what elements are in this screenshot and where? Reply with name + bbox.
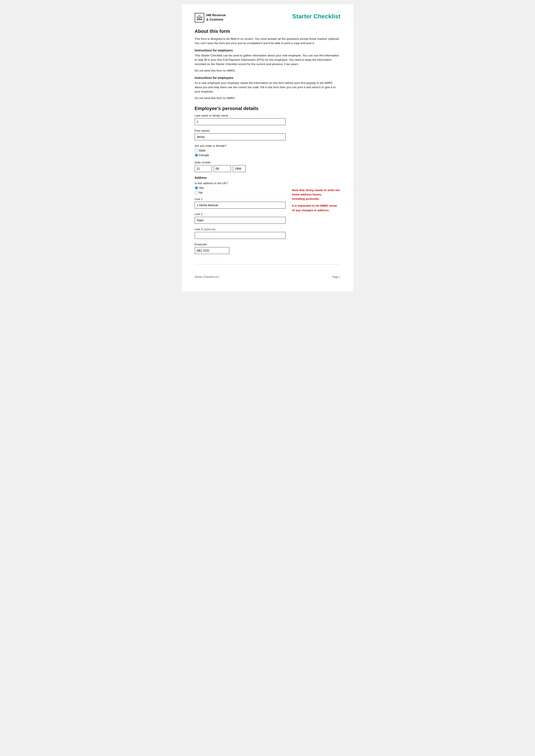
- uk-yes-radio[interactable]: [195, 186, 198, 190]
- postcode-label: Postcode: [195, 243, 286, 246]
- employees-text: As a new employee your employer needs th…: [195, 81, 341, 94]
- gender-radio-group: Male Female: [195, 149, 341, 157]
- postcode-group: Postcode: [195, 243, 286, 254]
- employees-heading: Instructions for employees: [195, 76, 341, 80]
- last-name-input[interactable]: [195, 118, 286, 125]
- do-not-send-2: Do not send this form to HMRC.: [195, 96, 341, 100]
- page-container: HM Revenue & Customs Starter Checklist A…: [182, 4, 353, 291]
- svg-point-3: [201, 17, 202, 17]
- dob-inputs: [195, 165, 341, 172]
- uk-question-label: Is this address in the UK?: [195, 182, 286, 185]
- address-layout: Is this address in the UK? Yes No Line 1: [195, 182, 341, 258]
- page-footer: Starter Checklist v3.0 Page 1: [195, 273, 341, 279]
- line3-group: Line 3 (optional): [195, 228, 286, 239]
- footer-version: Starter Checklist v3.0: [195, 275, 219, 279]
- uk-yes-option[interactable]: Yes: [195, 186, 286, 190]
- dob-group: Date of birth: [195, 161, 341, 172]
- gender-male-label: Male: [199, 149, 206, 152]
- uk-no-label: No: [199, 191, 203, 194]
- first-names-input[interactable]: [195, 133, 286, 140]
- first-names-group: First names: [195, 129, 341, 140]
- address-title: Address: [195, 176, 341, 179]
- first-names-label: First names: [195, 129, 341, 132]
- line1-input[interactable]: [195, 202, 286, 209]
- uk-no-radio[interactable]: [195, 191, 198, 194]
- page-header: HM Revenue & Customs Starter Checklist: [195, 13, 341, 22]
- address-section: Address Is this address in the UK? Yes N…: [195, 176, 341, 258]
- crown-logo: [195, 13, 204, 22]
- address-note-2: It is important to let HMRC know of any …: [292, 203, 341, 212]
- do-not-send-1: Do not send this form to HMRC.: [195, 68, 341, 73]
- page-title: Starter Checklist: [292, 13, 341, 20]
- gender-male-radio[interactable]: [195, 149, 198, 152]
- footer-divider: [195, 264, 341, 265]
- line1-label: Line 1: [195, 197, 286, 201]
- svg-point-4: [199, 18, 200, 19]
- svg-point-2: [197, 17, 198, 17]
- gender-group: Are you male or female? Male Female: [195, 144, 341, 157]
- gender-female-radio[interactable]: [195, 153, 198, 157]
- last-name-label: Last name or family name: [195, 114, 341, 117]
- svg-rect-1: [197, 19, 202, 20]
- gender-female-label: Female: [199, 153, 209, 157]
- about-intro: This form is designed to be filled in on…: [195, 37, 341, 46]
- line2-label: Line 2: [195, 212, 286, 216]
- last-name-group: Last name or family name: [195, 114, 341, 125]
- employers-text: This Starter Checklist can be used to ga…: [195, 53, 341, 67]
- uk-radio-group: Yes No: [195, 186, 286, 194]
- dob-day-input[interactable]: [195, 165, 212, 172]
- about-title: About this form: [195, 29, 341, 34]
- footer-page: Page 1: [332, 275, 340, 279]
- line3-label: Line 3 (optional): [195, 228, 286, 231]
- employee-section-title: Employee's personal details: [195, 106, 341, 111]
- svg-point-0: [199, 15, 200, 17]
- dob-label: Date of birth: [195, 161, 341, 164]
- dob-year-input[interactable]: [233, 165, 246, 172]
- gender-male-option[interactable]: Male: [195, 149, 341, 152]
- postcode-input[interactable]: [195, 247, 229, 254]
- line3-input[interactable]: [195, 232, 286, 239]
- gender-label: Are you male or female?: [195, 144, 341, 148]
- gender-female-option[interactable]: Female: [195, 153, 341, 157]
- address-right-col: Note that Jenny needs to enter her home …: [292, 182, 341, 258]
- dob-month-input[interactable]: [214, 165, 231, 172]
- logo-text: HM Revenue & Customs: [206, 13, 226, 21]
- line2-input[interactable]: [195, 217, 286, 224]
- logo-block: HM Revenue & Customs: [195, 13, 226, 22]
- address-note-1: Note that Jenny needs to enter her home …: [292, 188, 341, 201]
- employers-heading: Instructions for employers: [195, 49, 341, 52]
- optional-label: (optional): [203, 228, 215, 231]
- uk-no-option[interactable]: No: [195, 191, 286, 194]
- line2-group: Line 2: [195, 212, 286, 224]
- address-left-col: Is this address in the UK? Yes No Line 1: [195, 182, 286, 258]
- uk-yes-label: Yes: [199, 186, 204, 190]
- line1-group: Line 1: [195, 197, 286, 209]
